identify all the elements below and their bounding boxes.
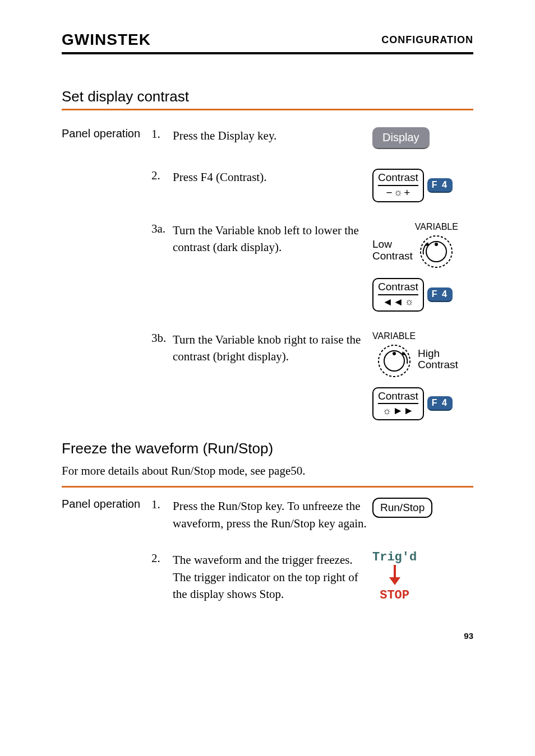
- step-text: Turn the Variable knob left to lower the…: [173, 222, 372, 256]
- panel-operation-label: Panel operation: [62, 127, 151, 140]
- knob-icon: [417, 232, 456, 271]
- svg-point-0: [421, 236, 452, 267]
- brightness-icon: ☼: [404, 296, 414, 308]
- step-number: 2.: [151, 169, 173, 183]
- f4-key: F 4: [427, 178, 453, 193]
- high-label: High: [418, 348, 458, 360]
- step-row: Panel operation 1. Press the Display key…: [62, 127, 473, 149]
- high-contrast-label: Contrast: [418, 359, 458, 371]
- section-title-freeze: Freeze the waveform (Run/Stop): [62, 440, 473, 461]
- step-text: Press the Run/Stop key. To unfreeze the …: [173, 498, 372, 532]
- contrast-label: Contrast: [378, 172, 418, 184]
- page-number: 93: [62, 631, 473, 641]
- contrast-symbol: −☼+: [378, 187, 418, 199]
- step-text: Turn the Variable knob right to raise th…: [173, 331, 372, 365]
- brightness-icon: ☼: [394, 187, 403, 198]
- f4-key: F 4: [427, 287, 453, 302]
- contrast-menu-box: Contrast ◄◄☼ F 4: [372, 278, 453, 312]
- step-row: 3b. Turn the Variable knob right to rais…: [62, 331, 473, 421]
- variable-label: VARIABLE: [415, 222, 458, 232]
- variable-label: VARIABLE: [372, 331, 416, 341]
- step-number: 1.: [151, 127, 173, 141]
- section-title-contrast: Set display contrast: [62, 88, 473, 110]
- svg-point-5: [393, 352, 396, 355]
- variable-knob: VARIABLE: [372, 331, 416, 381]
- contrast-label: Contrast: [378, 281, 418, 293]
- step-number: 3a.: [151, 222, 173, 236]
- f4-key: F 4: [427, 396, 453, 411]
- trigd-label: Trig'd: [372, 551, 417, 564]
- display-key: Display: [372, 127, 430, 149]
- step-text: Press F4 (Contrast).: [173, 169, 372, 185]
- svg-point-3: [379, 345, 410, 377]
- step-text: The waveform and the trigger freezes. Th…: [173, 551, 372, 602]
- contrast-symbol-left: ◄◄☼: [378, 296, 418, 308]
- knob-icon: [375, 341, 414, 381]
- trigger-indicator: Trig'd STOP: [372, 551, 417, 602]
- step-number: 3b.: [151, 331, 173, 345]
- contrast-menu-box: Contrast −☼+ F 4: [372, 169, 453, 202]
- panel-operation-label: Panel operation: [62, 498, 151, 511]
- contrast-label: Contrast: [378, 391, 418, 402]
- brightness-icon: ☼: [382, 406, 392, 417]
- step-number: 1.: [151, 498, 173, 512]
- runstop-key: Run/Stop: [372, 498, 432, 518]
- variable-knob: VARIABLE: [415, 222, 458, 271]
- step-number: 2.: [151, 551, 173, 565]
- logo: GWINSTEK: [62, 31, 151, 49]
- stop-label: STOP: [372, 590, 417, 602]
- section-subtext: For more details about Run/Stop mode, se…: [62, 464, 473, 488]
- step-row: 3a. Turn the Variable knob left to lower…: [62, 222, 473, 312]
- arrow-down-icon: [378, 564, 412, 586]
- contrast-menu-box: Contrast ☼►► F 4: [372, 387, 453, 421]
- step-row: 2. The waveform and the trigger freezes.…: [62, 551, 473, 602]
- step-row: 2. Press F4 (Contrast). Contrast −☼+ F 4: [62, 169, 473, 202]
- section-label: CONFIGURATION: [381, 34, 473, 46]
- low-contrast-label: Contrast: [372, 251, 413, 262]
- contrast-symbol-right: ☼►►: [378, 405, 418, 417]
- low-label: Low: [372, 239, 413, 251]
- step-text: Press the Display key.: [173, 127, 372, 144]
- svg-point-2: [435, 243, 438, 246]
- step-row: Panel operation 1. Press the Run/Stop ke…: [62, 498, 473, 532]
- page-header: GWINSTEK CONFIGURATION: [62, 31, 473, 54]
